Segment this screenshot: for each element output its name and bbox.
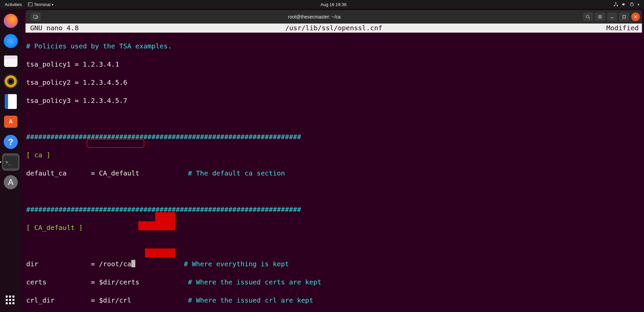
svg-rect-6 xyxy=(34,15,37,18)
editor-line: tsa_policy2 = 1.2.3.4.5.6 xyxy=(26,78,642,87)
text: = /root/ca xyxy=(91,260,131,268)
nano-modified: Modified xyxy=(606,24,639,33)
terminal-app-icon: >_ xyxy=(3,156,18,168)
editor-line: ########################################… xyxy=(26,132,642,142)
svg-rect-5 xyxy=(632,3,632,4)
editor-line: [ ca ] xyxy=(26,151,642,160)
minimize-icon xyxy=(610,15,614,19)
power-icon xyxy=(630,2,634,7)
files-icon xyxy=(4,55,17,67)
hamburger-menu-button[interactable] xyxy=(595,12,605,21)
editor-line xyxy=(26,114,642,123)
maximize-icon xyxy=(622,15,626,19)
editor-line: ########################################… xyxy=(26,205,642,214)
svg-rect-9 xyxy=(623,15,626,18)
dock: ? >_ A xyxy=(0,9,21,312)
terminal-window: root@thesecmaster: ~/ca GNU nano 4.8 /us… xyxy=(26,10,642,312)
editor-line: # Policies used by the TSA examples. xyxy=(26,42,642,51)
update-icon: A xyxy=(4,175,18,189)
editor-line: dir = /root/ca # Where everything is kep… xyxy=(26,260,642,269)
text: default_ca = CA_default xyxy=(26,169,139,177)
dock-libreoffice-writer[interactable] xyxy=(2,93,19,110)
comment: # The default ca section xyxy=(188,169,285,177)
close-button[interactable] xyxy=(631,12,640,21)
svg-rect-8 xyxy=(611,17,613,18)
firefox-icon xyxy=(4,14,18,28)
software-icon xyxy=(4,116,17,128)
terminal-icon xyxy=(28,2,33,7)
help-icon: ? xyxy=(4,135,18,149)
nano-filename: /usr/lib/ssl/openssl.cnf xyxy=(285,24,382,33)
activities-button[interactable]: Activities xyxy=(5,2,22,7)
nano-footer: ^GGet Help^OWrite Out^WWhere Is^KCut Tex… xyxy=(26,294,642,312)
clock[interactable]: Aug 16 19:38 xyxy=(53,2,613,7)
dock-software-updater[interactable]: A xyxy=(2,173,19,191)
minimize-button[interactable] xyxy=(607,12,617,21)
terminal-body[interactable]: GNU nano 4.8 /usr/lib/ssl/openssl.cnf Mo… xyxy=(26,24,642,312)
app-menu-terminal[interactable]: Terminal ▾ xyxy=(28,2,53,7)
gnome-top-bar: Activities Terminal ▾ Aug 16 19:38 ▾ xyxy=(0,0,644,9)
text: certs = $dir/certs xyxy=(26,278,139,286)
editor-line: tsa_policy3 = 1.2.3.4.5.7 xyxy=(26,96,642,105)
system-status-area[interactable]: ▾ xyxy=(613,2,643,7)
new-tab-button[interactable] xyxy=(31,12,41,21)
app-menu-label: Terminal xyxy=(34,2,50,7)
editor-line xyxy=(26,187,642,196)
editor-line: default_ca = CA_default # The default ca… xyxy=(26,169,642,178)
dock-firefox[interactable] xyxy=(2,12,19,30)
new-tab-icon xyxy=(33,14,38,20)
editor-line: [ CA_default ] xyxy=(26,223,642,232)
editor-line xyxy=(26,241,642,250)
dock-help[interactable]: ? xyxy=(2,133,19,151)
show-applications-button[interactable] xyxy=(2,292,19,309)
volume-icon xyxy=(622,2,626,7)
titlebar: root@thesecmaster: ~/ca xyxy=(26,10,642,24)
writer-icon xyxy=(5,94,17,109)
dock-files[interactable] xyxy=(2,52,19,70)
thunderbird-icon xyxy=(4,34,18,48)
chevron-down-icon: ▾ xyxy=(638,3,639,6)
search-button[interactable] xyxy=(583,12,593,21)
window-title: root@thesecmaster: ~/ca xyxy=(46,14,583,20)
dock-rhythmbox[interactable] xyxy=(2,73,19,90)
hamburger-icon xyxy=(598,14,602,19)
rhythmbox-icon xyxy=(4,74,18,88)
editor-line: tsa_policy1 = 1.2.3.4.1 xyxy=(26,60,642,69)
close-icon xyxy=(634,15,638,19)
dock-thunderbird[interactable] xyxy=(2,32,19,50)
text: dir xyxy=(26,260,38,268)
nano-version: GNU nano 4.8 xyxy=(30,24,79,33)
comment: # Where everything is kept xyxy=(184,260,289,268)
search-icon xyxy=(586,14,590,19)
dock-ubuntu-software[interactable] xyxy=(2,113,19,130)
editor-line: certs = $dir/certs # Where the issued ce… xyxy=(26,278,642,287)
apps-grid-icon xyxy=(6,296,16,306)
comment: # Where the issued certs are kept xyxy=(188,278,321,286)
editor-content[interactable]: # Policies used by the TSA examples. tsa… xyxy=(26,33,642,312)
svg-point-7 xyxy=(586,15,589,18)
nano-header: GNU nano 4.8 /usr/lib/ssl/openssl.cnf Mo… xyxy=(26,24,642,33)
maximize-button[interactable] xyxy=(619,12,629,21)
dock-terminal[interactable]: >_ xyxy=(2,153,19,171)
svg-point-1 xyxy=(615,2,616,4)
network-icon xyxy=(613,2,618,7)
text-cursor xyxy=(131,260,135,267)
